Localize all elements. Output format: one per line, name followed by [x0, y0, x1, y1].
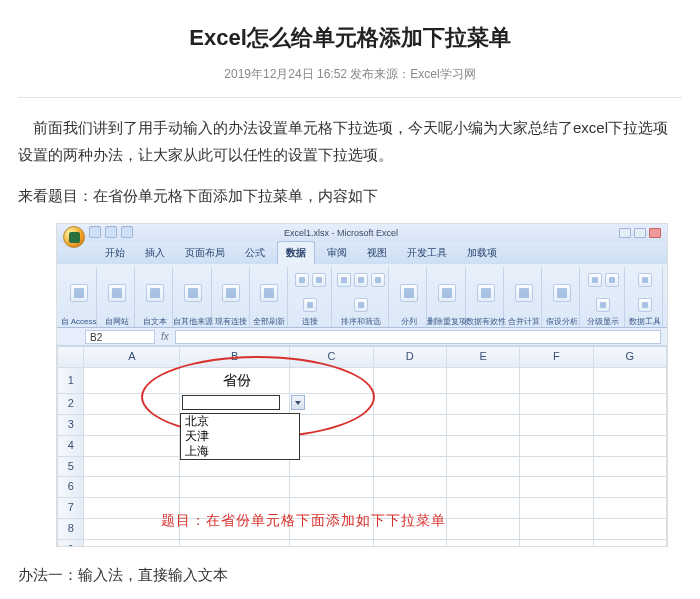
- row-header[interactable]: 6: [58, 477, 84, 498]
- cell[interactable]: [373, 456, 446, 477]
- column-header[interactable]: F: [520, 347, 593, 368]
- chevron-down-icon[interactable]: [291, 395, 305, 410]
- cell[interactable]: [373, 435, 446, 456]
- cell[interactable]: [446, 477, 519, 498]
- ribbon-command-icon[interactable]: [260, 284, 278, 302]
- cell[interactable]: [593, 394, 666, 415]
- ribbon-command-icon[interactable]: [588, 273, 602, 287]
- ribbon-command-icon[interactable]: [354, 298, 368, 312]
- cell[interactable]: [593, 414, 666, 435]
- ribbon-command-icon[interactable]: [337, 273, 351, 287]
- quick-access-toolbar[interactable]: [89, 226, 133, 238]
- cell[interactable]: [373, 539, 446, 546]
- cell[interactable]: [84, 539, 180, 546]
- ribbon-tab[interactable]: 加载项: [459, 242, 505, 264]
- cell[interactable]: [84, 477, 180, 498]
- cell[interactable]: [180, 539, 290, 546]
- ribbon-tab[interactable]: 插入: [137, 242, 173, 264]
- cell[interactable]: [520, 394, 593, 415]
- row-header[interactable]: 2: [58, 394, 84, 415]
- cell[interactable]: [446, 435, 519, 456]
- row-header[interactable]: 3: [58, 414, 84, 435]
- cell[interactable]: [593, 498, 666, 519]
- cell[interactable]: [593, 456, 666, 477]
- ribbon-command-icon[interactable]: [354, 273, 368, 287]
- row-header[interactable]: 7: [58, 498, 84, 519]
- ribbon-tab[interactable]: 审阅: [319, 242, 355, 264]
- cell[interactable]: [84, 394, 180, 415]
- dropdown-cell-box[interactable]: [182, 395, 280, 410]
- dropdown-item[interactable]: 天津: [181, 429, 299, 444]
- row-header[interactable]: 5: [58, 456, 84, 477]
- cell[interactable]: 省份: [180, 367, 290, 393]
- qat-undo-icon[interactable]: [105, 226, 117, 238]
- column-header[interactable]: E: [446, 347, 519, 368]
- cell[interactable]: [373, 414, 446, 435]
- ribbon-command-icon[interactable]: [295, 273, 309, 287]
- minimize-icon[interactable]: [619, 228, 631, 238]
- cell[interactable]: [290, 456, 374, 477]
- ribbon-command-icon[interactable]: [146, 284, 164, 302]
- close-icon[interactable]: [649, 228, 661, 238]
- cell[interactable]: [373, 367, 446, 393]
- dropdown-item[interactable]: 北京: [181, 414, 299, 429]
- row-header[interactable]: 8: [58, 518, 84, 539]
- row-header[interactable]: 4: [58, 435, 84, 456]
- qat-save-icon[interactable]: [89, 226, 101, 238]
- cell[interactable]: [373, 477, 446, 498]
- column-header[interactable]: D: [373, 347, 446, 368]
- dropdown-item[interactable]: 上海: [181, 444, 299, 459]
- ribbon-command-icon[interactable]: [596, 298, 610, 312]
- cell[interactable]: [290, 435, 374, 456]
- ribbon-command-icon[interactable]: [477, 284, 495, 302]
- cell[interactable]: [520, 539, 593, 546]
- cell[interactable]: [593, 367, 666, 393]
- ribbon-tab[interactable]: 开发工具: [399, 242, 455, 264]
- cell[interactable]: [446, 518, 519, 539]
- row-header[interactable]: 9: [58, 539, 84, 546]
- cell[interactable]: [446, 498, 519, 519]
- cell[interactable]: [520, 414, 593, 435]
- cell[interactable]: [84, 367, 180, 393]
- cell[interactable]: [290, 414, 374, 435]
- cell[interactable]: [593, 539, 666, 546]
- column-header[interactable]: B: [180, 347, 290, 368]
- cell[interactable]: [520, 477, 593, 498]
- ribbon-command-icon[interactable]: [400, 284, 418, 302]
- ribbon-command-icon[interactable]: [108, 284, 126, 302]
- cell[interactable]: [290, 539, 374, 546]
- ribbon-command-icon[interactable]: [638, 298, 652, 312]
- cell[interactable]: [446, 539, 519, 546]
- cell[interactable]: [593, 477, 666, 498]
- ribbon-command-icon[interactable]: [312, 273, 326, 287]
- ribbon-tab[interactable]: 数据: [277, 241, 315, 264]
- ribbon-tab[interactable]: 视图: [359, 242, 395, 264]
- cell[interactable]: [446, 456, 519, 477]
- row-header[interactable]: 1: [58, 367, 84, 393]
- cell[interactable]: [373, 394, 446, 415]
- ribbon-command-icon[interactable]: [638, 273, 652, 287]
- ribbon-command-icon[interactable]: [70, 284, 88, 302]
- cell[interactable]: [180, 477, 290, 498]
- cell[interactable]: [84, 435, 180, 456]
- ribbon-command-icon[interactable]: [184, 284, 202, 302]
- cell[interactable]: [520, 518, 593, 539]
- maximize-icon[interactable]: [634, 228, 646, 238]
- ribbon-command-icon[interactable]: [222, 284, 240, 302]
- ribbon-command-icon[interactable]: [515, 284, 533, 302]
- select-all-corner[interactable]: [58, 347, 84, 368]
- ribbon-command-icon[interactable]: [371, 273, 385, 287]
- cell[interactable]: [520, 498, 593, 519]
- column-header[interactable]: G: [593, 347, 666, 368]
- cell[interactable]: [593, 435, 666, 456]
- cell[interactable]: [446, 367, 519, 393]
- cell[interactable]: [446, 414, 519, 435]
- cell[interactable]: [446, 394, 519, 415]
- column-header[interactable]: C: [290, 347, 374, 368]
- ribbon-tab[interactable]: 公式: [237, 242, 273, 264]
- ribbon-tab[interactable]: 开始: [97, 242, 133, 264]
- column-header[interactable]: A: [84, 347, 180, 368]
- cell[interactable]: 北京天津上海: [180, 394, 290, 415]
- cell[interactable]: [84, 456, 180, 477]
- dropdown-list[interactable]: 北京天津上海: [180, 413, 300, 460]
